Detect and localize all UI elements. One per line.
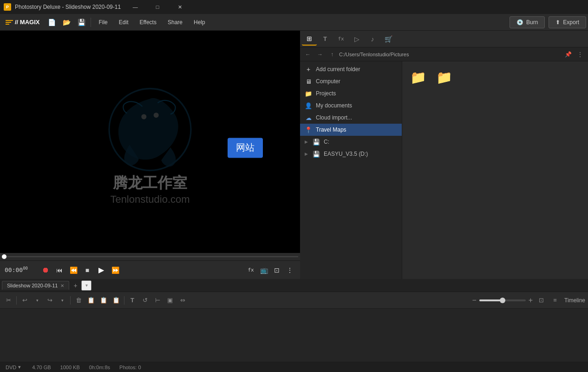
nav-pin-button[interactable]: 📌 [563,49,573,60]
slideshow-tab[interactable]: Slideshow 2020-09-11 ✕ [2,281,69,290]
rewind-button[interactable]: ⏪ [68,265,79,276]
progress-track[interactable] [2,256,298,257]
group-button[interactable]: ▣ [164,295,176,306]
timeline-canvas[interactable] [0,309,588,366]
right-column: ⊞ T fx ▷ ♪ 🛒 ← → ↑ C:/Users/Tenlonstudio… [300,31,588,279]
cut-button[interactable]: ✂ [3,295,14,306]
tree-cloud-import[interactable]: ☁ Cloud import... [300,112,402,124]
time-display: 00:0000 [5,266,37,273]
duration-value: 0h:0m:8s [89,365,110,370]
zoom-plus-button[interactable]: + [529,296,533,305]
export-button[interactable]: ⬆ Export [549,16,586,28]
fit-zoom-button[interactable]: ⊡ [536,295,547,306]
maximize-button[interactable]: □ [147,0,168,14]
storage-status: 4.70 GB [32,365,51,370]
fx-button[interactable]: fx [245,265,256,276]
tree-add-folder[interactable]: + Add current folder [300,63,402,75]
tab-transitions[interactable]: ▷ [349,33,364,46]
duplicate-button[interactable]: 📋 [98,295,109,306]
redo-button[interactable]: ↪ [44,295,55,306]
tree-my-documents[interactable]: 👤 My documents [300,100,402,112]
tab-grid[interactable]: ⊞ [302,33,317,46]
format-dropdown[interactable]: DVD ▾ [4,364,23,371]
progress-bar-area[interactable] [0,253,300,260]
add-tab-button[interactable]: + [70,280,80,291]
minimize-button[interactable]: — [124,0,146,14]
more-controls-button[interactable]: ⋮ [284,265,295,276]
rotate-button[interactable]: ↺ [139,295,150,306]
progress-handle[interactable] [2,254,7,259]
share-menu[interactable]: Share [163,17,187,27]
watermark: 腾龙工作室 Tenlonstudio.com [99,79,201,206]
undo-button[interactable]: ↩ [19,295,30,306]
stop-button[interactable]: ■ [82,265,93,276]
open-folder-button[interactable]: 📂 [60,16,73,29]
burn-label: Burn [526,19,538,26]
cloud-icon: ☁ [305,114,312,121]
zoom-slider-fill [479,299,503,301]
photos-status: Photos: 0 [119,365,141,370]
text-button[interactable]: T [127,295,138,306]
folder-item-1[interactable]: 📁 [407,66,429,88]
watermark-badge: 网站 [228,138,263,158]
undo-dropdown[interactable]: ▾ [32,295,43,306]
tab-close-button[interactable]: ✕ [60,283,64,288]
tree-drive-c[interactable]: ▶ 💾 C: [300,136,402,148]
slideshow-tab-label: Slideshow 2020-09-11 [7,283,58,288]
nav-forward-button[interactable]: → [315,49,325,60]
browser-tabs: ⊞ T fx ▷ ♪ 🛒 [300,31,588,47]
tab-fx[interactable]: fx [333,33,348,46]
redo-dropdown[interactable]: ▾ [57,295,68,306]
file-menu[interactable]: File [94,17,112,27]
tree-cloud-label: Cloud import... [316,114,352,121]
expand-button[interactable]: ⇔ [177,295,188,306]
cast-button[interactable]: 📺 [258,265,269,276]
computer-icon: 🖥 [305,78,312,85]
nav-back-button[interactable]: ← [303,49,313,60]
content-panel: 📁 📁 [402,61,588,279]
folder-item-2[interactable]: 📁 [433,66,455,88]
save-button[interactable]: 💾 [75,16,88,29]
trim-button[interactable]: ⊢ [152,295,163,306]
copy-button[interactable]: 📋 [85,295,97,306]
tree-projects[interactable]: 📁 Projects [300,87,402,100]
travel-icon: 📍 [305,126,312,133]
fast-forward-button[interactable]: ⏩ [110,265,121,276]
tab-cart[interactable]: 🛒 [381,33,396,46]
nav-more-button[interactable]: ⋮ [575,49,585,60]
zoom-slider[interactable] [479,299,526,301]
delete-button[interactable]: 🗑 [73,295,84,306]
duration-status: 0h:0m:8s [89,365,110,370]
close-button[interactable]: ✕ [169,0,190,14]
nav-up-button[interactable]: ↑ [327,49,337,60]
crop-button[interactable]: ⊡ [271,265,282,276]
title-bar: P Photostory Deluxe - Slideshow 2020-09-… [0,0,588,14]
magix-lines-icon [6,20,13,25]
paste-button[interactable]: 📋 [111,295,122,306]
watermark-cn-text: 腾龙工作室 [99,173,201,193]
storage-value: 4.70 GB [32,365,51,370]
tree-travel-label: Travel Maps [316,126,346,133]
watermark-url: Tenlonstudio.com [99,193,201,206]
edit-menu[interactable]: Edit [114,17,133,27]
skip-back-button[interactable]: ⏮ [54,265,65,276]
tab-dropdown-button[interactable]: ▾ [81,280,91,291]
tree-travel-maps[interactable]: 📍 Travel Maps [300,124,402,136]
export-arrow-icon: ⬆ [555,19,560,26]
play-button[interactable]: ▶ [96,265,107,276]
zoom-slider-handle[interactable] [500,298,505,303]
tree-computer[interactable]: 🖥 Computer [300,75,402,87]
disk-c-icon: 💾 [313,138,320,146]
burn-button[interactable]: 💿 Burn [510,16,545,28]
new-file-button[interactable]: 📄 [45,16,58,29]
tab-text[interactable]: T [318,33,333,46]
zoom-minus-button[interactable]: − [472,296,476,305]
svg-point-2 [154,113,159,118]
disk-d-icon: 💾 [313,150,320,158]
tree-drive-d[interactable]: ▶ 💾 EASYU_V3.5 (D:) [300,148,402,160]
effects-menu[interactable]: Effects [135,17,161,27]
tab-music[interactable]: ♪ [365,33,380,46]
timeline-view-button[interactable]: ≡ [549,295,561,306]
record-button[interactable]: ⏺ [40,265,51,276]
help-menu[interactable]: Help [189,17,210,27]
